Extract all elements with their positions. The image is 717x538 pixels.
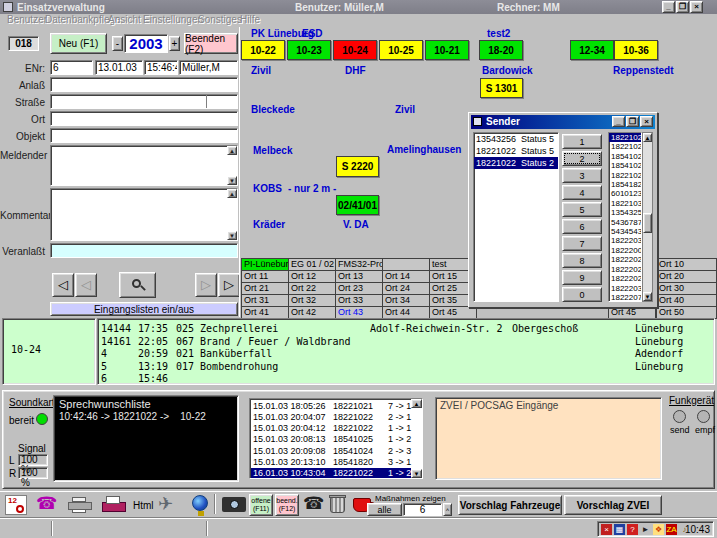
scroll-up-icon[interactable]: ▲ xyxy=(643,133,652,142)
monitor-tray-icon[interactable]: ▦ xyxy=(614,524,625,535)
scroll-down-icon[interactable]: ▼ xyxy=(227,231,237,240)
scroll-up-icon[interactable]: ▲ xyxy=(227,189,237,198)
status-024101-button[interactable]: 02/41/01 xyxy=(336,195,379,215)
sender-id-item[interactable]: 18541024 xyxy=(609,152,641,161)
status-button-10-25[interactable]: 10-25 xyxy=(379,40,423,60)
status-button-10-24[interactable]: 10-24 xyxy=(333,40,377,60)
veranlasst-input[interactable] xyxy=(50,243,238,258)
sender-id-list[interactable]: 1822102218221023185410241854102518221021… xyxy=(608,132,642,302)
zonealarm-tray-icon[interactable]: ZA xyxy=(666,524,677,535)
sender-status-item[interactable]: 13543256 Status 5 xyxy=(474,133,558,145)
scroll-down-icon[interactable]: ▼ xyxy=(227,176,237,185)
time-input[interactable]: 15:46:4 xyxy=(144,60,178,75)
phone-icon[interactable]: ☎ xyxy=(36,493,57,514)
search-button[interactable] xyxy=(119,272,156,298)
fms-telegram-list[interactable]: ▲ ▼ 15.01.03 18:05:26182210217 -> 115.01… xyxy=(249,398,423,479)
first-record-button[interactable]: ◁ xyxy=(52,273,74,297)
status-button-12-34[interactable]: 12-34 xyxy=(570,40,614,60)
status-button-10-36[interactable]: 10-36 xyxy=(614,40,658,60)
next-record-button[interactable]: ▷ xyxy=(195,273,217,297)
keypad-button-7[interactable]: 7 xyxy=(562,236,602,251)
scroll-up-icon[interactable]: ▲ xyxy=(411,399,422,408)
maximize-button[interactable]: ❐ xyxy=(626,116,639,127)
minimize-button[interactable]: _ xyxy=(612,116,625,127)
handset-icon[interactable]: ☎ xyxy=(303,493,324,514)
sender-id-item[interactable]: 13543256 xyxy=(609,208,641,217)
fms-row[interactable]: 15.01.03 18:05:26182210217 -> 1 xyxy=(251,401,411,412)
close-button[interactable]: × xyxy=(690,1,703,13)
meldender-textarea[interactable]: ▲ ▼ xyxy=(50,145,238,186)
alle-button[interactable]: alle xyxy=(367,503,402,516)
vorschlag-fahrzeuge-button[interactable]: Vorschlag Fahrzeuge xyxy=(458,495,562,515)
keypad-button-5[interactable]: 5 xyxy=(562,202,602,217)
menu-item-ansicht[interactable]: Ansicht xyxy=(108,14,141,25)
camera-icon[interactable] xyxy=(222,497,246,512)
count-stepper[interactable]: ˄ xyxy=(443,503,452,516)
minimize-button[interactable]: _ xyxy=(662,1,675,13)
sender-status-item[interactable]: 18221022 Status 2 xyxy=(474,157,558,169)
scroll-down-icon[interactable]: ▼ xyxy=(411,469,422,478)
last-record-button[interactable]: ▷ xyxy=(218,273,240,297)
incident-list[interactable]: 1414417:35025 ZechprellereiAdolf-Reichwe… xyxy=(97,318,715,385)
restore-button[interactable]: ❐ xyxy=(676,1,689,13)
globe-icon[interactable] xyxy=(192,495,208,511)
objekt-input[interactable] xyxy=(50,128,238,143)
close-button[interactable]: × xyxy=(640,116,653,127)
keypad-button-0[interactable]: 0 xyxy=(562,287,602,302)
status-button-18-20[interactable]: 18-20 xyxy=(479,40,523,60)
fms-row[interactable]: 15.01.03 20:04:12182210221 -> 1 xyxy=(251,423,411,434)
keypad-button-1[interactable]: 1 xyxy=(562,134,602,149)
s1301-button[interactable]: S 1301 xyxy=(480,78,523,98)
scroll-up-icon[interactable]: ▲ xyxy=(227,146,237,155)
sender-id-item[interactable]: 18221022 xyxy=(609,133,641,142)
calendar-clock-icon[interactable]: 12 xyxy=(5,495,27,515)
incident-row[interactable]: 1416122:05067 Brand / Feuer / WaldbrandL… xyxy=(98,336,714,348)
keypad-button-9[interactable]: 9 xyxy=(562,270,602,285)
color-tray-icon[interactable]: ❖ xyxy=(653,524,664,535)
kommentar-textarea[interactable]: ▲ ▼ xyxy=(50,188,238,241)
year-plus-button[interactable]: + xyxy=(169,36,180,51)
keypad-button-4[interactable]: 4 xyxy=(562,185,602,200)
menu-item-hilfe[interactable]: Hilfe xyxy=(240,14,260,25)
prev-record-button[interactable]: ◁ xyxy=(75,273,97,297)
offene-button[interactable]: offene(F11) xyxy=(249,494,273,516)
beend-button[interactable]: beend.(F12) xyxy=(275,494,299,516)
scroll-down-icon[interactable]: ▼ xyxy=(643,292,652,301)
fms-row[interactable]: 15.01.03 20:13:10185418203 -> 1 xyxy=(251,457,411,468)
keypad-button-8[interactable]: 8 xyxy=(562,253,602,268)
sender-id-item[interactable]: 18221023 xyxy=(609,142,641,151)
trash-icon[interactable] xyxy=(330,495,345,513)
scrollbar-thumb[interactable] xyxy=(643,213,652,233)
user-input[interactable]: Müller,M xyxy=(179,60,238,75)
menu-item-benutzer[interactable]: Benutzer xyxy=(7,14,47,25)
help-tray-icon[interactable]: ? xyxy=(627,524,638,535)
fms-row[interactable]: 16.01.03 10:43:04182210221 -> 2 xyxy=(251,468,411,479)
enr-input[interactable]: 6 xyxy=(50,60,93,75)
sender-id-item[interactable]: 18222035 xyxy=(609,236,641,245)
printer-icon[interactable] xyxy=(68,497,92,513)
s2220-button[interactable]: S 2220 xyxy=(336,156,379,177)
sender-id-item[interactable]: 18222070 xyxy=(609,293,641,302)
year-minus-button[interactable]: - xyxy=(112,36,123,51)
anlass-input[interactable] xyxy=(50,77,238,92)
html-button[interactable]: Html xyxy=(133,500,154,511)
sender-id-scrollbar[interactable]: ▲ ▼ xyxy=(642,132,653,302)
sender-id-item[interactable]: 18221021 xyxy=(609,171,641,180)
beenden-button[interactable]: Beenden (F2) xyxy=(184,33,238,54)
ink-tray-icon[interactable]: ► xyxy=(640,524,651,535)
fms-row[interactable]: 15.01.03 20:08:13185410251 -> 2 xyxy=(251,434,411,445)
ort-input[interactable] xyxy=(50,111,238,126)
sender-id-item[interactable]: 18222021 xyxy=(609,265,641,274)
incident-row[interactable]: 513:19017 BombendrohungLüneburg xyxy=(98,361,714,373)
status-button-10-22[interactable]: 10-22 xyxy=(241,40,285,60)
neu-button[interactable]: Neu (F1) xyxy=(50,33,107,54)
sender-id-item[interactable]: 18222001 xyxy=(609,246,641,255)
sender-id-item[interactable]: 18221036 xyxy=(609,199,641,208)
sender-status-list[interactable]: 13543256 Status 518221022 Status 5182210… xyxy=(473,132,559,302)
airplane-icon[interactable]: ✈ xyxy=(158,493,173,515)
keypad-button-2[interactable]: 2 xyxy=(562,151,602,166)
status-button-10-23[interactable]: 10-23 xyxy=(287,40,331,60)
menu-item-einstellungen[interactable]: Einstellungen xyxy=(143,14,203,25)
sender-id-item[interactable]: 18222020 xyxy=(609,255,641,264)
sender-id-item[interactable]: 18222022 xyxy=(609,274,641,283)
